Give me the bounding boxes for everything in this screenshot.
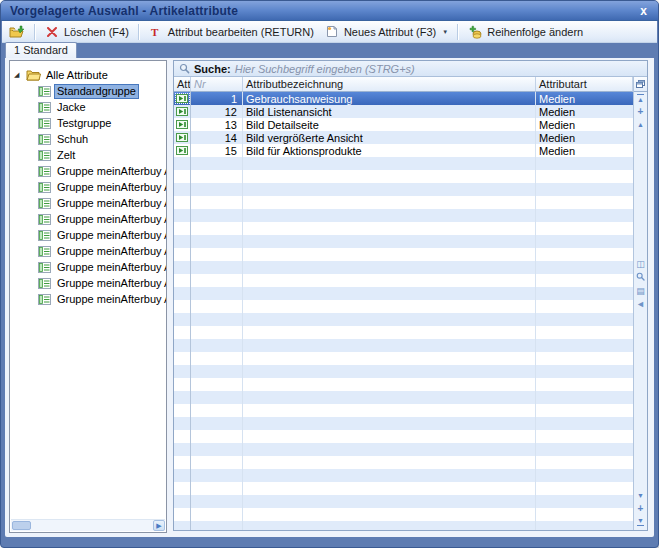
att-cell xyxy=(174,521,191,530)
tree-item[interactable]: Gruppe meinAfterbuy ART00075 xyxy=(10,195,166,211)
tree-root-label: Alle Attribute xyxy=(44,69,110,82)
table-empty-row xyxy=(174,456,633,469)
nr-cell xyxy=(191,313,243,326)
reorder-button[interactable]: Reihenfolge ändern xyxy=(463,23,587,40)
att-cell xyxy=(174,235,191,248)
attributart-cell xyxy=(536,521,633,530)
new-attribute-button-label: Neues Attribut (F3) xyxy=(344,26,436,38)
tree-item[interactable]: Zelt xyxy=(10,147,166,163)
tree-horizontal-scrollbar[interactable]: ▶ xyxy=(11,519,165,531)
tree-item[interactable]: Jacke xyxy=(10,99,166,115)
nr-cell xyxy=(191,378,243,391)
attributart-cell: Medien xyxy=(536,131,633,144)
att-cell xyxy=(174,209,191,222)
nr-cell xyxy=(191,469,243,482)
table-empty-row xyxy=(174,508,633,521)
attributbezeichnung-cell xyxy=(243,235,536,248)
attributart-cell: Medien xyxy=(536,105,633,118)
column-header-attributbezeichnung[interactable]: Attributbezeichnung xyxy=(243,77,536,92)
tree-item[interactable]: Gruppe meinAfterbuy ART00076 xyxy=(10,211,166,227)
collapse-arrow-icon[interactable]: ◄ xyxy=(636,299,645,309)
scroll-up-button[interactable]: ▲ xyxy=(635,119,646,130)
media-attribute-icon xyxy=(174,131,191,144)
delete-x-icon xyxy=(44,24,60,39)
assign-attributes-button[interactable] xyxy=(5,23,29,40)
tree-item-label: Standardgruppe xyxy=(55,85,138,98)
attribute-group-icon xyxy=(38,84,51,99)
tree-expander-icon[interactable]: ◢ xyxy=(14,71,23,79)
scroll-grip-bottom-button[interactable]: + xyxy=(635,503,646,514)
edit-attribute-button-label: Attribut bearbeiten (RETURN) xyxy=(168,26,314,38)
attributbezeichnung-cell xyxy=(243,183,536,196)
table-row[interactable]: 12Bild ListenansichtMedien xyxy=(174,105,633,118)
nr-cell xyxy=(191,183,243,196)
attributart-cell xyxy=(536,274,633,287)
att-cell xyxy=(174,248,191,261)
close-button[interactable]: x xyxy=(638,5,649,17)
att-cell xyxy=(174,404,191,417)
scroll-down-button[interactable]: ▼ xyxy=(635,490,646,501)
table-empty-row xyxy=(174,157,633,170)
hscroll-thumb[interactable] xyxy=(12,521,31,530)
search-input[interactable]: Suche: Hier Suchbegriff eingeben (STRG+s… xyxy=(174,61,647,77)
new-attribute-button[interactable]: Neues Attribut (F3) ▼ xyxy=(320,23,452,40)
tree-item[interactable]: Schuh xyxy=(10,131,166,147)
nr-cell xyxy=(191,300,243,313)
rows-view-icon[interactable]: ▤ xyxy=(636,286,645,296)
tree-item[interactable]: Testgruppe xyxy=(10,115,166,131)
tree-item[interactable]: Gruppe meinAfterbuy ART00080 xyxy=(10,259,166,275)
tree-item[interactable]: Gruppe meinAfterbuy ART00082 xyxy=(10,291,166,307)
reorder-button-label: Reihenfolge ändern xyxy=(487,26,583,38)
nr-cell xyxy=(191,417,243,430)
columns-view-icon[interactable]: ◫ xyxy=(636,259,645,269)
nr-cell xyxy=(191,430,243,443)
attributart-cell xyxy=(536,469,633,482)
nr-cell xyxy=(191,391,243,404)
attributart-cell xyxy=(536,300,633,313)
table-row[interactable]: 13Bild DetailseiteMedien xyxy=(174,118,633,131)
attributbezeichnung-cell xyxy=(243,170,536,183)
column-header-attributart[interactable]: Attributart xyxy=(536,77,633,92)
hscroll-right-arrow[interactable]: ▶ xyxy=(153,520,165,531)
nr-cell: 13 xyxy=(191,118,243,131)
scroll-to-top-button[interactable]: ▲ xyxy=(635,93,646,104)
table-row[interactable]: 14Bild vergrößerte AnsichtMedien xyxy=(174,131,633,144)
media-attribute-icon xyxy=(174,144,191,157)
tree-item[interactable]: Gruppe meinAfterbuy ART00079 xyxy=(10,243,166,259)
column-chooser-button[interactable] xyxy=(634,77,647,92)
scroll-to-bottom-button[interactable]: ▼ xyxy=(635,516,646,527)
tree-item[interactable]: Gruppe meinAfterbuy ART00081 xyxy=(10,275,166,291)
tree-item[interactable]: Gruppe meinAfterbuy ART00078 xyxy=(10,227,166,243)
edit-attribute-button[interactable]: T Attribut bearbeiten (RETURN) xyxy=(144,23,318,40)
att-cell xyxy=(174,443,191,456)
attribute-group-icon xyxy=(38,292,51,307)
table-empty-row xyxy=(174,469,633,482)
attributbezeichnung-cell xyxy=(243,404,536,417)
nr-cell xyxy=(191,157,243,170)
table-empty-row xyxy=(174,482,633,495)
table-empty-row xyxy=(174,378,633,391)
tree-item[interactable]: Gruppe meinAfterbuy ART00073 xyxy=(10,163,166,179)
attributbezeichnung-cell xyxy=(243,443,536,456)
attributbezeichnung-cell xyxy=(243,339,536,352)
nr-cell xyxy=(191,235,243,248)
table-row[interactable]: 15Bild für AktionsprodukteMedien xyxy=(174,144,633,157)
delete-button[interactable]: Löschen (F4) xyxy=(40,23,133,40)
title-bar[interactable]: Vorgelagerte Auswahl - Artikelattribute … xyxy=(1,1,658,21)
attribute-group-icon xyxy=(38,164,51,179)
nr-cell xyxy=(191,339,243,352)
table-empty-row xyxy=(174,521,633,530)
column-header-nr[interactable]: Nr xyxy=(191,77,243,92)
tab-strip: 1 Standard xyxy=(1,43,658,58)
column-header-att[interactable]: Att xyxy=(174,77,191,92)
attribute-group-icon xyxy=(38,212,51,227)
chevron-down-icon[interactable]: ▼ xyxy=(442,29,448,35)
tree-item[interactable]: Standardgruppe xyxy=(10,83,166,99)
table-row[interactable]: 1GebrauchsanweisungMedien xyxy=(174,92,633,105)
magnifier-icon[interactable] xyxy=(636,272,645,283)
scroll-grip-top-button[interactable]: + xyxy=(635,106,646,117)
svg-text:T: T xyxy=(151,26,159,38)
tree-root-item[interactable]: ◢ Alle Attribute xyxy=(10,67,166,83)
tab-standard[interactable]: 1 Standard xyxy=(5,42,77,58)
tree-item[interactable]: Gruppe meinAfterbuy ART00074 xyxy=(10,179,166,195)
